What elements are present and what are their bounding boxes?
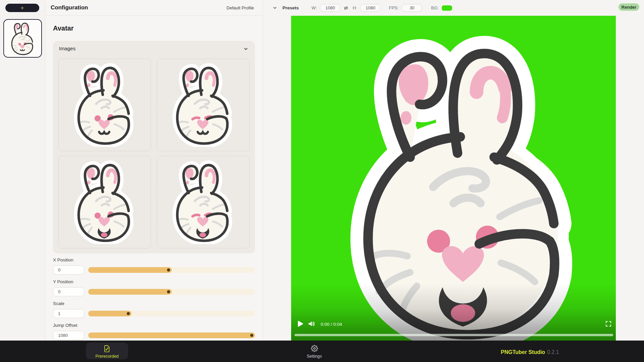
tab-prerecorded[interactable]: Prerecorded xyxy=(86,343,128,359)
speak-blink-bunny-image xyxy=(167,160,239,244)
slider-label: Y Position xyxy=(53,279,255,284)
render-button[interactable]: Render xyxy=(619,3,639,11)
app-title: PNGTuber Studio xyxy=(501,349,545,355)
height-label: H: xyxy=(353,5,357,10)
images-section: Images xyxy=(53,41,255,253)
profile-thumbnail[interactable] xyxy=(3,19,42,58)
image-slot-speak[interactable] xyxy=(58,156,151,248)
bg-color-label: BG: xyxy=(431,5,438,10)
slider-track[interactable] xyxy=(88,311,255,316)
fps-input[interactable] xyxy=(401,4,422,12)
video-progress-bar[interactable] xyxy=(294,334,613,336)
fps-label: FPS: xyxy=(389,5,398,10)
swap-dimensions-icon[interactable] xyxy=(343,6,348,10)
speak-bunny-image xyxy=(68,160,141,244)
video-time: 0:00 / 0:04 xyxy=(321,322,342,327)
width-label: W: xyxy=(312,5,317,10)
slider-y-position: Y Position xyxy=(53,279,255,284)
preview-video[interactable]: 0:00 / 0:04 xyxy=(291,16,616,341)
add-profile-button[interactable]: + xyxy=(5,4,39,12)
slider-jump-offset: Jump Offset xyxy=(53,323,255,328)
chevron-down-icon[interactable] xyxy=(273,6,277,10)
image-slot-blink[interactable] xyxy=(157,59,250,151)
idle-bunny-image xyxy=(68,63,141,147)
fullscreen-icon[interactable] xyxy=(605,321,611,327)
width-input[interactable] xyxy=(320,4,340,12)
profile-name[interactable]: Default Profile xyxy=(226,5,254,10)
slider-thumb[interactable] xyxy=(167,268,170,272)
render-settings-bar: Presets W: H: FPS: BG: Render xyxy=(263,0,644,16)
slider-thumb[interactable] xyxy=(167,290,170,293)
profiles-rail: + xyxy=(0,0,45,341)
bottom-bar: Prerecorded Settings PNGTuber Studio0.2.… xyxy=(0,341,644,362)
slider-track[interactable] xyxy=(88,267,255,273)
slider-thumb[interactable] xyxy=(127,312,130,315)
presets-menu[interactable]: Presets xyxy=(282,5,299,10)
slider-thumb[interactable] xyxy=(250,334,253,337)
configuration-header: Configuration Default Profile xyxy=(45,0,263,16)
configuration-panel: Configuration Default Profile Avatar Ima… xyxy=(45,0,263,341)
images-section-title: Images xyxy=(59,46,75,51)
chevron-down-icon xyxy=(244,47,248,53)
bg-color-swatch[interactable] xyxy=(442,5,452,11)
app-version: PNGTuber Studio0.2.1 xyxy=(501,349,559,355)
profile-bunny-image xyxy=(7,21,38,56)
slider-value-input[interactable] xyxy=(53,265,84,275)
image-slot-idle[interactable] xyxy=(58,59,151,151)
tab-settings-label: Settings xyxy=(301,354,328,359)
avatar-section-title: Avatar xyxy=(53,24,74,32)
slider-label: Jump Offset xyxy=(53,323,255,328)
pngtuber-studio-window: + Configuration Default Profile Avatar I… xyxy=(0,0,644,362)
slider-x-position: X Position xyxy=(53,257,255,262)
height-input[interactable] xyxy=(360,4,381,12)
tab-settings[interactable]: Settings xyxy=(301,345,328,359)
blink-bunny-image xyxy=(167,63,239,147)
slider-value-input[interactable] xyxy=(53,287,84,296)
app-version-number: 0.2.1 xyxy=(547,349,559,355)
video-controls-shade xyxy=(291,284,616,341)
volume-icon[interactable] xyxy=(308,320,316,327)
slider-value-input[interactable] xyxy=(53,309,84,318)
gear-icon xyxy=(311,345,318,352)
panel-title: Configuration xyxy=(51,4,88,11)
slider-track[interactable] xyxy=(88,289,255,295)
slider-value-input[interactable] xyxy=(53,331,84,340)
slider-label: X Position xyxy=(53,257,255,262)
slider-track[interactable] xyxy=(88,333,255,338)
slider-scale: Scale xyxy=(53,301,255,306)
tab-prerecorded-label: Prerecorded xyxy=(86,354,128,359)
file-audio-icon xyxy=(103,345,111,352)
slider-label: Scale xyxy=(53,301,255,306)
play-icon[interactable] xyxy=(297,320,304,327)
image-slot-speak-blink[interactable] xyxy=(157,156,250,248)
images-section-header[interactable]: Images xyxy=(53,41,255,58)
